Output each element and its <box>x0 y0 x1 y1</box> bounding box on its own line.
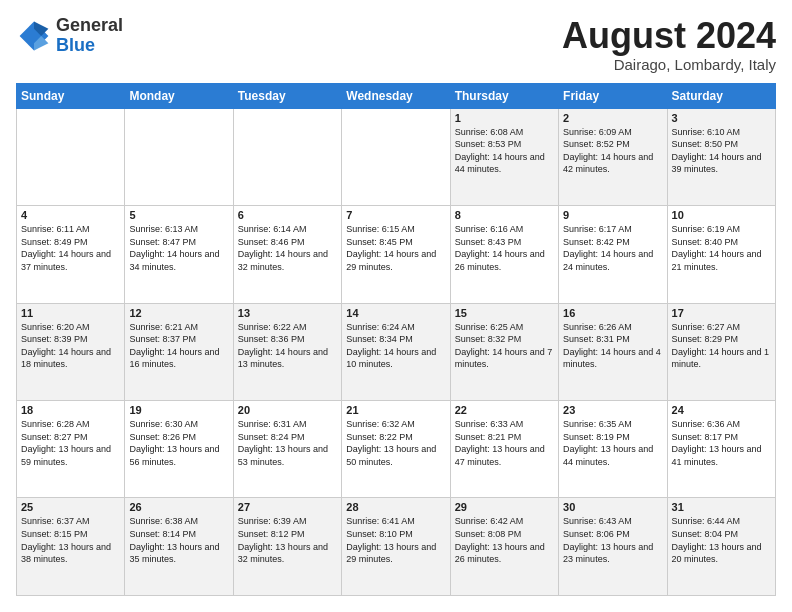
day-info: Sunrise: 6:25 AM Sunset: 8:32 PM Dayligh… <box>455 321 554 371</box>
calendar-cell: 14Sunrise: 6:24 AM Sunset: 8:34 PM Dayli… <box>342 303 450 400</box>
calendar-cell: 17Sunrise: 6:27 AM Sunset: 8:29 PM Dayli… <box>667 303 775 400</box>
logo-icon <box>16 18 52 54</box>
day-info: Sunrise: 6:37 AM Sunset: 8:15 PM Dayligh… <box>21 515 120 565</box>
calendar-cell: 10Sunrise: 6:19 AM Sunset: 8:40 PM Dayli… <box>667 206 775 303</box>
calendar-cell: 2Sunrise: 6:09 AM Sunset: 8:52 PM Daylig… <box>559 108 667 205</box>
calendar-cell: 18Sunrise: 6:28 AM Sunset: 8:27 PM Dayli… <box>17 401 125 498</box>
logo-text: General Blue <box>56 16 123 56</box>
day-info: Sunrise: 6:36 AM Sunset: 8:17 PM Dayligh… <box>672 418 771 468</box>
day-number: 14 <box>346 307 445 319</box>
day-number: 15 <box>455 307 554 319</box>
day-info: Sunrise: 6:31 AM Sunset: 8:24 PM Dayligh… <box>238 418 337 468</box>
day-number: 28 <box>346 501 445 513</box>
day-info: Sunrise: 6:14 AM Sunset: 8:46 PM Dayligh… <box>238 223 337 273</box>
day-info: Sunrise: 6:41 AM Sunset: 8:10 PM Dayligh… <box>346 515 445 565</box>
weekday-header: Wednesday <box>342 83 450 108</box>
calendar-cell: 22Sunrise: 6:33 AM Sunset: 8:21 PM Dayli… <box>450 401 558 498</box>
calendar-cell <box>125 108 233 205</box>
day-info: Sunrise: 6:08 AM Sunset: 8:53 PM Dayligh… <box>455 126 554 176</box>
calendar-cell: 20Sunrise: 6:31 AM Sunset: 8:24 PM Dayli… <box>233 401 341 498</box>
header: General Blue August 2024 Dairago, Lombar… <box>16 16 776 73</box>
day-number: 11 <box>21 307 120 319</box>
day-number: 26 <box>129 501 228 513</box>
day-number: 13 <box>238 307 337 319</box>
day-number: 20 <box>238 404 337 416</box>
calendar-cell: 5Sunrise: 6:13 AM Sunset: 8:47 PM Daylig… <box>125 206 233 303</box>
calendar-week-row: 1Sunrise: 6:08 AM Sunset: 8:53 PM Daylig… <box>17 108 776 205</box>
day-info: Sunrise: 6:19 AM Sunset: 8:40 PM Dayligh… <box>672 223 771 273</box>
day-info: Sunrise: 6:30 AM Sunset: 8:26 PM Dayligh… <box>129 418 228 468</box>
day-number: 4 <box>21 209 120 221</box>
day-number: 23 <box>563 404 662 416</box>
day-number: 7 <box>346 209 445 221</box>
day-number: 17 <box>672 307 771 319</box>
calendar-cell <box>233 108 341 205</box>
calendar-cell: 4Sunrise: 6:11 AM Sunset: 8:49 PM Daylig… <box>17 206 125 303</box>
calendar-week-row: 25Sunrise: 6:37 AM Sunset: 8:15 PM Dayli… <box>17 498 776 596</box>
calendar-cell: 31Sunrise: 6:44 AM Sunset: 8:04 PM Dayli… <box>667 498 775 596</box>
day-number: 12 <box>129 307 228 319</box>
day-number: 3 <box>672 112 771 124</box>
weekday-header: Friday <box>559 83 667 108</box>
calendar-cell: 23Sunrise: 6:35 AM Sunset: 8:19 PM Dayli… <box>559 401 667 498</box>
day-info: Sunrise: 6:42 AM Sunset: 8:08 PM Dayligh… <box>455 515 554 565</box>
day-number: 2 <box>563 112 662 124</box>
calendar-cell: 6Sunrise: 6:14 AM Sunset: 8:46 PM Daylig… <box>233 206 341 303</box>
day-number: 19 <box>129 404 228 416</box>
calendar-cell: 25Sunrise: 6:37 AM Sunset: 8:15 PM Dayli… <box>17 498 125 596</box>
calendar-week-row: 18Sunrise: 6:28 AM Sunset: 8:27 PM Dayli… <box>17 401 776 498</box>
day-number: 22 <box>455 404 554 416</box>
calendar-cell: 8Sunrise: 6:16 AM Sunset: 8:43 PM Daylig… <box>450 206 558 303</box>
day-info: Sunrise: 6:32 AM Sunset: 8:22 PM Dayligh… <box>346 418 445 468</box>
day-number: 31 <box>672 501 771 513</box>
header-row: SundayMondayTuesdayWednesdayThursdayFrid… <box>17 83 776 108</box>
day-info: Sunrise: 6:24 AM Sunset: 8:34 PM Dayligh… <box>346 321 445 371</box>
day-info: Sunrise: 6:16 AM Sunset: 8:43 PM Dayligh… <box>455 223 554 273</box>
day-info: Sunrise: 6:11 AM Sunset: 8:49 PM Dayligh… <box>21 223 120 273</box>
weekday-header: Tuesday <box>233 83 341 108</box>
day-info: Sunrise: 6:28 AM Sunset: 8:27 PM Dayligh… <box>21 418 120 468</box>
calendar-cell: 3Sunrise: 6:10 AM Sunset: 8:50 PM Daylig… <box>667 108 775 205</box>
day-info: Sunrise: 6:10 AM Sunset: 8:50 PM Dayligh… <box>672 126 771 176</box>
location: Dairago, Lombardy, Italy <box>562 56 776 73</box>
calendar-cell: 29Sunrise: 6:42 AM Sunset: 8:08 PM Dayli… <box>450 498 558 596</box>
logo: General Blue <box>16 16 123 56</box>
calendar-cell: 1Sunrise: 6:08 AM Sunset: 8:53 PM Daylig… <box>450 108 558 205</box>
weekday-header: Sunday <box>17 83 125 108</box>
calendar-cell: 9Sunrise: 6:17 AM Sunset: 8:42 PM Daylig… <box>559 206 667 303</box>
day-info: Sunrise: 6:38 AM Sunset: 8:14 PM Dayligh… <box>129 515 228 565</box>
calendar-cell: 26Sunrise: 6:38 AM Sunset: 8:14 PM Dayli… <box>125 498 233 596</box>
day-info: Sunrise: 6:22 AM Sunset: 8:36 PM Dayligh… <box>238 321 337 371</box>
month-year: August 2024 <box>562 16 776 56</box>
calendar-cell: 16Sunrise: 6:26 AM Sunset: 8:31 PM Dayli… <box>559 303 667 400</box>
day-number: 29 <box>455 501 554 513</box>
weekday-header: Saturday <box>667 83 775 108</box>
day-number: 1 <box>455 112 554 124</box>
day-info: Sunrise: 6:09 AM Sunset: 8:52 PM Dayligh… <box>563 126 662 176</box>
day-number: 9 <box>563 209 662 221</box>
calendar-cell: 7Sunrise: 6:15 AM Sunset: 8:45 PM Daylig… <box>342 206 450 303</box>
title-block: August 2024 Dairago, Lombardy, Italy <box>562 16 776 73</box>
calendar-week-row: 4Sunrise: 6:11 AM Sunset: 8:49 PM Daylig… <box>17 206 776 303</box>
weekday-header: Monday <box>125 83 233 108</box>
day-info: Sunrise: 6:43 AM Sunset: 8:06 PM Dayligh… <box>563 515 662 565</box>
day-info: Sunrise: 6:15 AM Sunset: 8:45 PM Dayligh… <box>346 223 445 273</box>
logo-general: General <box>56 16 123 36</box>
day-number: 18 <box>21 404 120 416</box>
day-number: 25 <box>21 501 120 513</box>
weekday-header: Thursday <box>450 83 558 108</box>
day-info: Sunrise: 6:44 AM Sunset: 8:04 PM Dayligh… <box>672 515 771 565</box>
day-info: Sunrise: 6:26 AM Sunset: 8:31 PM Dayligh… <box>563 321 662 371</box>
page: General Blue August 2024 Dairago, Lombar… <box>0 0 792 612</box>
day-info: Sunrise: 6:13 AM Sunset: 8:47 PM Dayligh… <box>129 223 228 273</box>
calendar-cell: 30Sunrise: 6:43 AM Sunset: 8:06 PM Dayli… <box>559 498 667 596</box>
day-info: Sunrise: 6:39 AM Sunset: 8:12 PM Dayligh… <box>238 515 337 565</box>
calendar-cell: 15Sunrise: 6:25 AM Sunset: 8:32 PM Dayli… <box>450 303 558 400</box>
calendar-cell: 11Sunrise: 6:20 AM Sunset: 8:39 PM Dayli… <box>17 303 125 400</box>
day-number: 24 <box>672 404 771 416</box>
calendar-cell: 12Sunrise: 6:21 AM Sunset: 8:37 PM Dayli… <box>125 303 233 400</box>
day-info: Sunrise: 6:21 AM Sunset: 8:37 PM Dayligh… <box>129 321 228 371</box>
day-number: 6 <box>238 209 337 221</box>
calendar-cell <box>17 108 125 205</box>
calendar-cell: 28Sunrise: 6:41 AM Sunset: 8:10 PM Dayli… <box>342 498 450 596</box>
